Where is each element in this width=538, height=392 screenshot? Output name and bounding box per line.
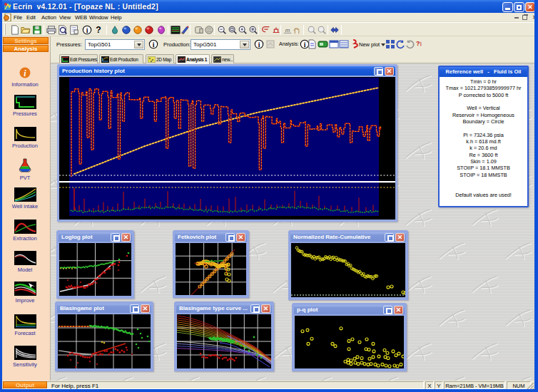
svg-text:i: i: [86, 26, 88, 34]
svg-text:?: ?: [96, 25, 101, 35]
svg-text:i: i: [153, 41, 155, 48]
svg-text:m: m: [285, 27, 290, 33]
svg-text:i: i: [304, 41, 306, 48]
svg-text:i: i: [258, 41, 260, 48]
